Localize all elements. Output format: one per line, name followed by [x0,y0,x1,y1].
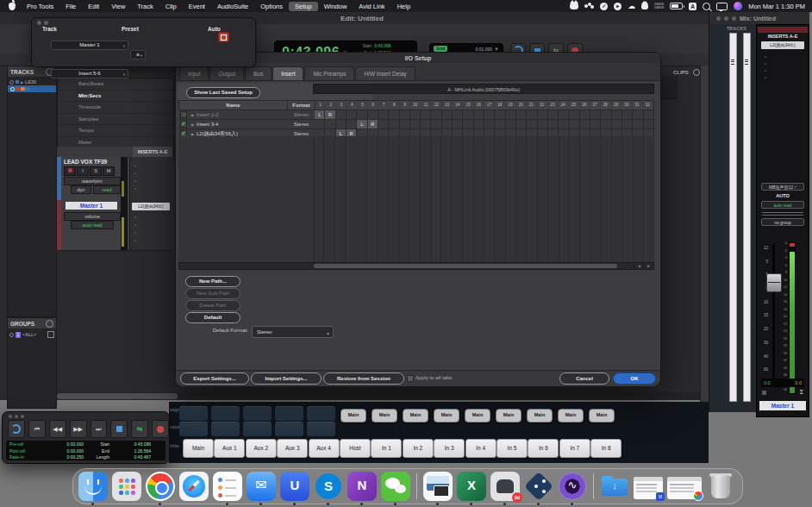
surface-main-button[interactable]: Main [434,409,459,422]
surface-cell[interactable] [243,406,272,421]
surface-channel-button[interactable]: Aux 4 [309,439,340,458]
channel-cell[interactable] [453,120,463,128]
surface-main-button[interactable]: Main [465,409,490,422]
channel-cell[interactable] [590,110,601,119]
channel-cell[interactable] [601,120,611,128]
roll-row[interactable]: Pre-roll0:00.000 [6,441,84,448]
elastic-audio-selector[interactable]: dyn [71,185,91,194]
strip-output-selector[interactable]: MB送声音12 ↑ [761,183,804,191]
channel-cell[interactable] [527,120,537,128]
ok-button[interactable]: OK [613,372,656,385]
transport-minimize-button[interactable] [15,415,18,418]
grid-mode-badge[interactable]: Grid [434,46,447,52]
channel-cell[interactable] [368,110,378,119]
ruler-row[interactable]: Samples [58,114,173,126]
row-disclosure-icon[interactable]: ▶ [189,122,197,127]
siri-icon[interactable] [734,2,742,10]
surface-channel-button[interactable]: In 7 [559,439,590,458]
cancel-button[interactable]: Cancel [559,372,609,385]
mix-zoom-button[interactable] [732,16,736,21]
surface-channel-button[interactable]: Aux 1 [214,439,245,458]
channel-cell[interactable] [421,120,431,128]
strip-empty-inserts[interactable]: •••• [765,53,766,81]
strip-group-selector[interactable]: no group [761,218,804,226]
selection-row[interactable]: Length0:43.467 [84,454,151,461]
wechat-dock-icon[interactable] [381,472,410,501]
channel-cell[interactable] [527,110,537,119]
check-circle-icon[interactable]: ✓ [600,3,608,10]
channel-cell[interactable] [644,120,654,128]
surface-cell[interactable] [211,422,240,436]
surface-channel-button[interactable]: In 3 [434,439,465,458]
mix-narrow-strip[interactable] [729,33,737,402]
channel-cell[interactable] [570,120,580,128]
plugin-compare-button[interactable]: a▼ [130,50,146,59]
menu-item[interactable]: File [59,2,82,11]
io-horizontal-scrollbar[interactable]: ◂ ▸ [178,262,654,270]
cloud-icon[interactable]: ☁ [628,3,635,10]
surface-cell[interactable] [243,422,272,436]
channel-cell[interactable] [453,110,463,119]
edit-horizontal-scrollbar[interactable] [57,392,700,400]
channel-cell[interactable] [336,120,347,128]
input-source-icon[interactable]: A [689,3,696,10]
strip-track-name[interactable]: Master 1 [759,401,806,410]
strip-insert-button[interactable]: L2(路由34出) [761,41,804,49]
channel-cell[interactable] [538,110,548,119]
status-text[interactable]: DK8JSDK8JS [654,3,664,9]
share-diamond-dock-icon[interactable] [524,472,553,501]
new-path-button[interactable]: New Path... [185,276,240,287]
channel-cell[interactable] [484,120,495,128]
selection-row[interactable]: Start0:43.096 [84,441,151,448]
menu-item[interactable]: Event [183,2,211,11]
arrow-circle-icon[interactable]: ▸ [614,3,621,10]
menu-item[interactable]: AudioSuite [211,2,254,11]
rewind-button[interactable]: ◀◀ [49,420,66,438]
insert-plugin-button[interactable]: L2(路由34出) [132,203,170,210]
launchpad-dock-icon[interactable] [112,472,141,501]
mute-button[interactable]: M [103,166,115,176]
apple-icon[interactable] [9,3,16,10]
chrome-dock-icon[interactable] [146,472,175,501]
surface-channel-button[interactable]: Aux 3 [277,439,308,458]
plugin-track-selector[interactable]: Master 1▼ [51,41,128,50]
dictionary-u-dock-icon[interactable]: U [280,472,309,501]
channel-cell[interactable] [347,120,357,128]
channel-cell[interactable] [495,110,505,119]
channel-cell[interactable] [580,120,590,128]
safari-dock-icon[interactable] [179,472,209,501]
menu-item[interactable]: Clip [159,2,183,11]
io-grid-row[interactable]: ✓▶Insert 3-4StereoLR [178,120,654,129]
channel-cell[interactable] [325,120,335,128]
surface-channel-button[interactable]: In 1 [371,439,402,458]
go-to-end-button[interactable]: ⏭ [91,420,108,438]
group-grid-icon[interactable] [47,331,54,338]
channel-cell[interactable] [378,110,389,119]
menu-item[interactable]: Edit [82,2,105,11]
cat-app-icon[interactable] [570,3,578,9]
track-view-selector[interactable]: volume [64,212,121,221]
channel-cell[interactable] [570,110,580,119]
surface-main-button[interactable]: Main [527,409,553,422]
channel-cell[interactable] [389,120,399,128]
groups-panel-menu-icon[interactable] [46,320,53,328]
track-view-selector[interactable]: waveform [64,177,121,185]
scrollbar-thumb[interactable] [314,264,617,268]
fast-forward-button[interactable]: ▶▶ [70,420,87,438]
menu-item[interactable]: Pro Tools [21,2,59,11]
skype-dock-icon[interactable]: S [314,472,343,501]
surface-main-button[interactable]: Main [372,409,397,422]
io-tab[interactable]: Output [209,66,244,80]
io-tab[interactable]: Input [179,66,209,80]
apply-all-tabs-checkbox[interactable] [407,375,414,382]
io-tab[interactable]: Insert [272,66,303,80]
track-master[interactable]: Master 1 volume auto read L2(路由34出) •••• [57,200,172,251]
minimized-window-2[interactable] [667,477,702,499]
channel-cell[interactable] [378,120,389,128]
channel-cell[interactable] [336,110,347,119]
surface-cell[interactable] [211,406,240,421]
selection-row[interactable]: End1:26.564 [84,448,151,455]
fader-track[interactable] [772,244,775,387]
channel-cell[interactable]: L [357,120,367,128]
record-button[interactable] [152,420,169,438]
